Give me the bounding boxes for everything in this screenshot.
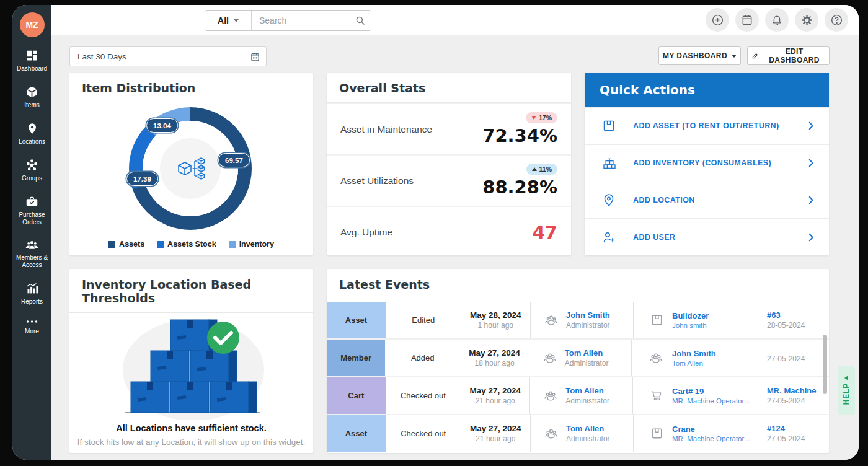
trend-badge-down: 17% (526, 112, 557, 123)
card-title: Latest Events (327, 269, 829, 299)
event-type-badge: Cart (327, 377, 386, 414)
quick-action-label: ADD ASSET (TO RENT OUT/RETURN) (633, 121, 779, 130)
event-item-sub-link[interactable]: MR. Machine Operator... (672, 397, 759, 405)
quick-action-label: ADD LOCATION (633, 196, 695, 204)
settings-button[interactable] (795, 8, 818, 32)
event-ref-link[interactable]: MR. Machine (767, 386, 829, 395)
stat-label: Asset Utilizations (340, 175, 414, 187)
event-row[interactable]: Asset Checked out May 27, 2024 21 hour a… (327, 415, 829, 452)
avatar[interactable]: MZ (20, 12, 45, 37)
calendar-icon (741, 14, 753, 26)
chevron-right-icon (805, 195, 817, 206)
badge-value: 11% (539, 165, 552, 173)
people-group-icon (542, 389, 559, 403)
help-circle-button[interactable] (825, 8, 848, 32)
date-range-value[interactable] (70, 51, 250, 62)
search-input[interactable] (252, 11, 371, 30)
legend-swatch (157, 241, 164, 248)
asset-box-icon (601, 118, 616, 133)
event-time-ago: 21 hour ago (476, 397, 515, 405)
quick-action-add-location[interactable]: ADD LOCATION (585, 182, 829, 219)
event-item-sub-link[interactable]: MR. Machine Operator... (672, 435, 759, 442)
event-item-sub-link[interactable]: John smith (672, 322, 759, 329)
event-item-sub-link[interactable]: Tom Allen (672, 359, 759, 367)
event-user-role: Administrator (565, 359, 609, 367)
event-row[interactable]: Member Added May 27, 2024 18 hour ago To… (327, 340, 829, 377)
event-action: Added (385, 340, 460, 376)
sidebar-item-locations[interactable]: Locations (12, 120, 52, 147)
sidebar-item-reports[interactable]: Reports (12, 280, 52, 307)
sidebar-item-groups[interactable]: Groups (12, 157, 52, 184)
stat-value: 47 (533, 222, 557, 243)
quick-action-add-inventory[interactable]: ADD INVENTORY (CONSUMABLES) (585, 144, 829, 182)
donut-label-inventory: 13.04 (146, 118, 178, 133)
my-dashboard-button[interactable]: MY DASHBOARD (658, 46, 741, 65)
event-row[interactable]: Asset Edited May 28, 2024 1 hour ago Joh… (327, 302, 829, 340)
people-group-icon (543, 314, 559, 327)
event-date: May 27, 2024 (469, 348, 520, 358)
notifications-button[interactable] (765, 8, 789, 32)
inventory-boxes-icon (601, 156, 618, 170)
event-item-link[interactable]: Bulldozer (672, 311, 759, 320)
add-button[interactable] (706, 8, 729, 32)
event-ref-date: 27-05-2024 (767, 397, 829, 405)
events-table: Asset Edited May 28, 2024 1 hour ago Joh… (327, 302, 829, 453)
search-icon (355, 15, 366, 26)
search-category-select[interactable]: All (205, 11, 252, 30)
sidebar-item-items[interactable]: Items (12, 84, 52, 111)
my-dashboard-label: MY DASHBOARD (663, 51, 727, 60)
stat-value: 72.34% (482, 125, 557, 146)
sidebar-item-label: Dashboard (12, 65, 51, 73)
quick-action-add-user[interactable]: ADD USER (585, 218, 829, 255)
event-ref-link[interactable]: #63 (767, 310, 829, 320)
arrow-down-icon (531, 116, 536, 120)
stat-row-uptime: Avg. Uptime 47 (327, 206, 571, 257)
thresholds-card: Inventory Location Based Thresholds (69, 269, 313, 453)
thresholds-body: All Locations have sufficient stock. If … (69, 315, 313, 447)
legend-item-inventory: Inventory (229, 240, 274, 248)
event-user-link[interactable]: Tom Allen (565, 386, 609, 395)
plus-circle-icon (711, 14, 724, 27)
chevron-down-icon (234, 19, 239, 22)
stat-row-maintenance: Asset in Maintenance 17% 72.34% (327, 103, 571, 154)
cart-icon (649, 389, 664, 403)
thresholds-subtext: If stock hits low at any Location, it wi… (69, 437, 313, 447)
latest-events-card: Latest Events Asset Edited May 28, 2024 … (327, 269, 829, 453)
stat-label: Avg. Uptime (340, 227, 392, 238)
user-plus-icon (601, 230, 616, 245)
people-group-icon (648, 351, 664, 365)
help-tab-button[interactable]: HELP (838, 366, 855, 415)
event-user-link[interactable]: Tom Allen (566, 424, 610, 433)
global-search: All (205, 10, 371, 31)
dashboard-icon (25, 49, 38, 62)
event-item-link[interactable]: Cart# 19 (672, 387, 759, 396)
date-range-picker[interactable] (69, 46, 267, 66)
question-circle-icon (830, 14, 843, 27)
stat-label: Asset in Maintenance (340, 124, 432, 135)
purchase-orders-icon (25, 195, 38, 208)
event-item-link[interactable]: Crane (672, 424, 759, 434)
event-action: Checked out (386, 377, 461, 414)
event-row[interactable]: Cart Checked out May 27, 2024 21 hour ag… (327, 377, 829, 415)
sidebar-item-members-access[interactable]: Members & Access (12, 237, 52, 271)
arrow-up-icon (532, 167, 537, 171)
calendar-button[interactable] (735, 8, 759, 32)
chart-legend: Assets Assets Stock Inventory (69, 240, 313, 248)
event-ref-link[interactable]: #124 (767, 424, 829, 433)
sidebar-item-label: More (12, 328, 51, 335)
quick-action-add-asset[interactable]: ADD ASSET (TO RENT OUT/RETURN) (585, 107, 829, 144)
event-ref-date: 27-05-2024 (767, 354, 829, 363)
event-date: May 28, 2024 (470, 310, 521, 320)
edit-dashboard-button[interactable]: EDIT DASHBOARD (747, 46, 830, 65)
event-time-ago: 1 hour ago (478, 321, 513, 330)
members-icon (25, 239, 39, 251)
screen: MZ Dashboard Items Locat (0, 0, 868, 466)
location-pin-outline-icon (601, 193, 616, 208)
events-scrollbar[interactable] (823, 335, 827, 394)
sidebar-item-more[interactable]: More (12, 317, 52, 337)
sidebar-item-dashboard[interactable]: Dashboard (12, 47, 52, 74)
event-item-link[interactable]: John Smith (672, 349, 759, 358)
sidebar-item-purchase-orders[interactable]: Purchase Orders (12, 193, 52, 228)
event-user-link[interactable]: John Smith (566, 310, 610, 320)
event-user-link[interactable]: Tom Allen (565, 348, 609, 358)
